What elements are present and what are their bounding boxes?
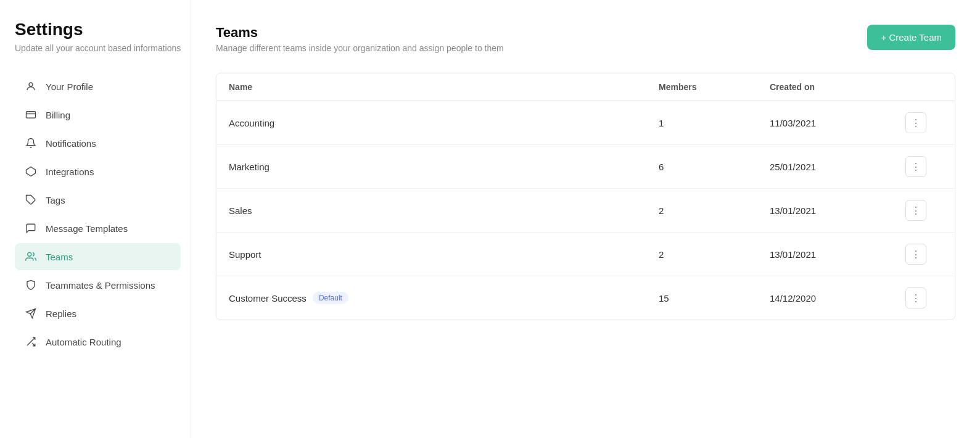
page-title: Teams xyxy=(216,25,504,41)
sidebar-item-teammates-permissions[interactable]: Teammates & Permissions xyxy=(15,271,181,299)
sidebar-item-label: Integrations xyxy=(46,167,94,177)
row-more-button[interactable]: ⋮ xyxy=(905,287,926,308)
sidebar-item-message-templates[interactable]: Message Templates xyxy=(15,215,181,242)
team-members: 2 xyxy=(659,249,770,260)
table-header-row: Name Members Created on xyxy=(216,73,955,101)
svg-marker-3 xyxy=(27,167,36,176)
team-name: Customer Success Default xyxy=(229,292,659,304)
people-icon xyxy=(25,250,37,263)
shuffle-icon xyxy=(25,336,37,348)
table-row: Marketing 6 25/01/2021 ⋮ xyxy=(216,145,955,189)
sidebar-item-integrations[interactable]: Integrations xyxy=(15,158,181,185)
sidebar-item-label: Message Templates xyxy=(46,223,128,234)
teams-table: Name Members Created on Accounting 1 11/… xyxy=(216,73,955,320)
sidebar-item-label: Billing xyxy=(46,110,70,120)
page-header-top: Teams Manage different teams inside your… xyxy=(216,25,955,53)
team-name: Marketing xyxy=(229,162,659,172)
team-name: Support xyxy=(229,249,659,260)
page-title-block: Teams Manage different teams inside your… xyxy=(216,25,504,53)
team-actions: ⋮ xyxy=(905,156,942,177)
team-created-on: 13/01/2021 xyxy=(770,205,905,216)
sidebar-item-teams[interactable]: Teams xyxy=(15,243,181,270)
settings-title: Settings xyxy=(15,20,191,39)
header-members: Members xyxy=(659,82,770,92)
sidebar-item-your-profile[interactable]: Your Profile xyxy=(15,73,181,100)
create-team-button[interactable]: + Create Team xyxy=(867,25,955,50)
team-actions: ⋮ xyxy=(905,112,942,133)
table-row: Support 2 13/01/2021 ⋮ xyxy=(216,233,955,276)
team-name: Sales xyxy=(229,205,659,216)
header-name: Name xyxy=(229,82,659,92)
svg-point-0 xyxy=(29,83,33,86)
chat-icon xyxy=(25,222,37,234)
sidebar-header: Settings Update all your account based i… xyxy=(15,20,191,53)
svg-rect-1 xyxy=(27,112,36,118)
sidebar-item-label: Replies xyxy=(46,308,76,319)
table-row: Customer Success Default 15 14/12/2020 ⋮ xyxy=(216,276,955,320)
sidebar-item-replies[interactable]: Replies xyxy=(15,300,181,327)
team-members: 1 xyxy=(659,118,770,128)
row-more-button[interactable]: ⋮ xyxy=(905,200,926,221)
person-icon xyxy=(25,80,37,93)
team-actions: ⋮ xyxy=(905,287,942,308)
tag-icon xyxy=(25,194,37,206)
team-created-on: 25/01/2021 xyxy=(770,162,905,172)
hexagon-icon xyxy=(25,165,37,178)
send-icon xyxy=(25,307,37,320)
row-more-button[interactable]: ⋮ xyxy=(905,156,926,177)
sidebar: Settings Update all your account based i… xyxy=(0,0,191,438)
team-members: 6 xyxy=(659,162,770,172)
table-row: Accounting 1 11/03/2021 ⋮ xyxy=(216,101,955,145)
row-more-button[interactable]: ⋮ xyxy=(905,244,926,265)
header-created-on: Created on xyxy=(770,82,905,92)
card-icon xyxy=(25,109,37,121)
default-badge: Default xyxy=(313,292,348,304)
sidebar-item-label: Automatic Routing xyxy=(46,337,121,347)
sidebar-nav: Your Profile Billing Notifications Integ… xyxy=(15,73,191,355)
team-members: 15 xyxy=(659,293,770,304)
row-more-button[interactable]: ⋮ xyxy=(905,112,926,133)
sidebar-item-automatic-routing[interactable]: Automatic Routing xyxy=(15,328,181,355)
team-created-on: 14/12/2020 xyxy=(770,293,905,304)
bell-icon xyxy=(25,137,37,149)
sidebar-item-label: Teammates & Permissions xyxy=(46,280,155,291)
svg-point-5 xyxy=(28,252,31,256)
sidebar-item-billing[interactable]: Billing xyxy=(15,101,181,128)
team-actions: ⋮ xyxy=(905,200,942,221)
sidebar-item-label: Tags xyxy=(46,195,65,205)
sidebar-item-label: Teams xyxy=(46,252,73,262)
team-members: 2 xyxy=(659,205,770,216)
shield-icon xyxy=(25,279,37,291)
page-header: Teams Manage different teams inside your… xyxy=(216,25,955,53)
team-created-on: 11/03/2021 xyxy=(770,118,905,128)
main-content: Teams Manage different teams inside your… xyxy=(191,0,980,438)
team-name: Accounting xyxy=(229,118,659,128)
sidebar-item-notifications[interactable]: Notifications xyxy=(15,130,181,157)
sidebar-item-label: Your Profile xyxy=(46,81,93,92)
page-description: Manage different teams inside your organ… xyxy=(216,43,504,53)
team-actions: ⋮ xyxy=(905,244,942,265)
sidebar-item-label: Notifications xyxy=(46,138,96,149)
table-row: Sales 2 13/01/2021 ⋮ xyxy=(216,189,955,233)
settings-subtitle: Update all your account based informatio… xyxy=(15,43,191,53)
header-actions xyxy=(905,82,942,92)
sidebar-item-tags[interactable]: Tags xyxy=(15,186,181,213)
team-created-on: 13/01/2021 xyxy=(770,249,905,260)
